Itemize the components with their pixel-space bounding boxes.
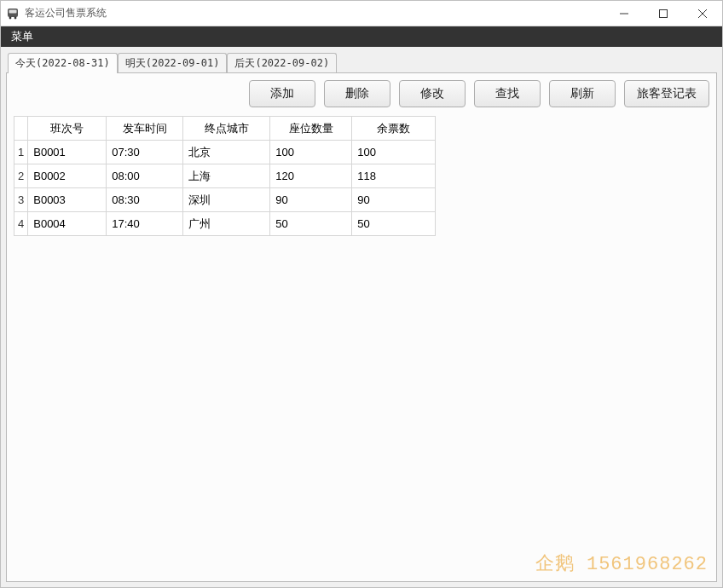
svg-rect-1 xyxy=(9,9,17,13)
cell-remaining[interactable]: 50 xyxy=(352,212,436,236)
cell-bus-no[interactable]: B0003 xyxy=(28,188,107,212)
header-bus-no[interactable]: 班次号 xyxy=(28,117,107,141)
menubar: 菜单 xyxy=(1,26,722,47)
tab-pane: 添加 删除 修改 查找 刷新 旅客登记表 班次号 发车时间 终点城市 座位数量 xyxy=(6,72,717,582)
cell-depart-time[interactable]: 07:30 xyxy=(107,141,183,164)
header-seat-count[interactable]: 座位数量 xyxy=(270,117,352,141)
cell-dest-city[interactable]: 深圳 xyxy=(183,188,270,212)
svg-rect-5 xyxy=(660,9,668,17)
table-row[interactable]: 3B000308:30深圳9090 xyxy=(14,188,436,212)
cell-remaining[interactable]: 118 xyxy=(352,164,436,188)
add-button[interactable]: 添加 xyxy=(249,80,315,107)
cell-rownum: 2 xyxy=(14,164,28,188)
cell-seat-count[interactable]: 120 xyxy=(270,164,352,188)
cell-depart-time[interactable]: 08:30 xyxy=(107,188,183,212)
schedule-table-wrap: 班次号 发车时间 终点城市 座位数量 余票数 1B000107:30北京1001… xyxy=(14,116,709,574)
titlebar: 客运公司售票系统 xyxy=(1,1,722,26)
cell-seat-count[interactable]: 50 xyxy=(270,212,352,236)
schedule-table[interactable]: 班次号 发车时间 终点城市 座位数量 余票数 1B000107:30北京1001… xyxy=(14,116,436,236)
cell-rownum: 3 xyxy=(14,188,28,212)
toolbar: 添加 删除 修改 查找 刷新 旅客登记表 xyxy=(14,80,709,107)
passenger-register-button[interactable]: 旅客登记表 xyxy=(624,80,709,107)
cell-dest-city[interactable]: 北京 xyxy=(183,141,270,164)
svg-point-2 xyxy=(9,16,12,19)
header-depart-time[interactable]: 发车时间 xyxy=(107,117,183,141)
header-rownum xyxy=(14,117,28,141)
header-remaining[interactable]: 余票数 xyxy=(352,117,436,141)
tab-day-after[interactable]: 后天(2022-09-02) xyxy=(227,53,337,73)
cell-depart-time[interactable]: 17:40 xyxy=(107,212,183,236)
cell-rownum: 4 xyxy=(14,212,28,236)
maximize-button[interactable] xyxy=(644,1,683,26)
table-row[interactable]: 2B000208:00上海120118 xyxy=(14,164,436,188)
table-row[interactable]: 4B000417:40广州5050 xyxy=(14,212,436,236)
cell-bus-no[interactable]: B0001 xyxy=(28,141,107,164)
cell-depart-time[interactable]: 08:00 xyxy=(107,164,183,188)
edit-button[interactable]: 修改 xyxy=(399,80,466,107)
cell-seat-count[interactable]: 100 xyxy=(270,141,352,164)
cell-remaining[interactable]: 90 xyxy=(352,188,436,212)
menu-item-main[interactable]: 菜单 xyxy=(6,27,38,46)
cell-seat-count[interactable]: 90 xyxy=(270,188,352,212)
header-dest-city[interactable]: 终点城市 xyxy=(183,117,270,141)
cell-dest-city[interactable]: 广州 xyxy=(183,212,270,236)
svg-point-3 xyxy=(14,16,17,19)
refresh-button[interactable]: 刷新 xyxy=(549,80,616,107)
tab-tomorrow[interactable]: 明天(2022-09-01) xyxy=(118,53,228,73)
cell-dest-city[interactable]: 上海 xyxy=(183,164,270,188)
close-button[interactable] xyxy=(683,1,722,26)
delete-button[interactable]: 删除 xyxy=(324,80,390,107)
client-area: 今天(2022-08-31) 明天(2022-09-01) 后天(2022-09… xyxy=(1,47,722,587)
window-title: 客运公司售票系统 xyxy=(25,6,604,20)
tab-today[interactable]: 今天(2022-08-31) xyxy=(8,53,118,73)
table-row[interactable]: 1B000107:30北京100100 xyxy=(14,141,436,164)
search-button[interactable]: 查找 xyxy=(474,80,541,107)
window-controls xyxy=(604,1,722,26)
minimize-button[interactable] xyxy=(604,1,644,26)
cell-bus-no[interactable]: B0002 xyxy=(28,164,107,188)
cell-bus-no[interactable]: B0004 xyxy=(28,212,107,236)
app-window: 客运公司售票系统 菜单 今天(2022-08-31) 明天(2022-09-01… xyxy=(0,0,723,588)
tabs-strip: 今天(2022-08-31) 明天(2022-09-01) 后天(2022-09… xyxy=(6,52,717,72)
cell-remaining[interactable]: 100 xyxy=(352,141,436,164)
cell-rownum: 1 xyxy=(14,141,28,164)
bus-icon xyxy=(6,7,20,20)
